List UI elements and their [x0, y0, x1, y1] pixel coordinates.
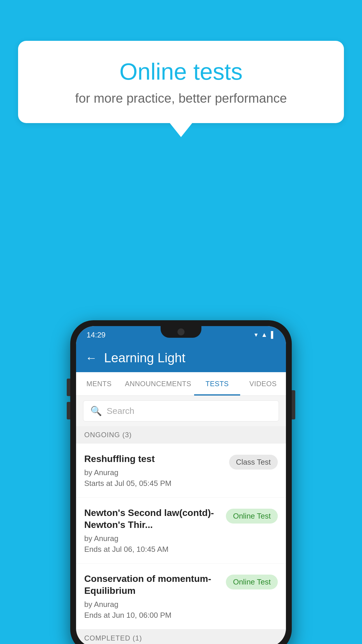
test-time: Ends at Jul 06, 10:45 AM	[84, 545, 220, 554]
search-placeholder: Search	[107, 406, 134, 416]
camera-icon	[178, 328, 184, 335]
back-arrow-icon[interactable]: ←	[85, 351, 97, 365]
phone-screen: 14:29 ▾ ▲ ▌ ← Learning Light MENTS ANNOU…	[76, 326, 286, 644]
search-icon: 🔍	[90, 405, 102, 416]
phone-outer: 14:29 ▾ ▲ ▌ ← Learning Light MENTS ANNOU…	[70, 320, 292, 644]
test-item[interactable]: Conservation of momentum-Equilibrium by …	[76, 564, 286, 629]
phone-wrapper: 14:29 ▾ ▲ ▌ ← Learning Light MENTS ANNOU…	[70, 320, 292, 644]
wifi-icon: ▾	[254, 331, 258, 339]
test-badge-class: Class Test	[229, 455, 278, 470]
test-item[interactable]: Newton's Second law(contd)-Newton's Thir…	[76, 498, 286, 564]
ongoing-section-header: ONGOING (3)	[76, 426, 286, 444]
test-item[interactable]: Reshuffling test by Anurag Starts at Jul…	[76, 444, 286, 498]
status-icons: ▾ ▲ ▌	[254, 331, 275, 339]
volume-up-button	[67, 379, 70, 396]
test-time: Starts at Jul 05, 05:45 PM	[84, 479, 223, 488]
test-list: Reshuffling test by Anurag Starts at Jul…	[76, 444, 286, 629]
search-bar[interactable]: 🔍 Search	[83, 400, 279, 421]
signal-icon: ▲	[261, 331, 268, 339]
test-time-value: Jul 06, 10:45 AM	[112, 545, 168, 554]
test-time-label: Ends at	[84, 611, 110, 620]
test-badge-online: Online Test	[226, 509, 278, 524]
speech-bubble-arrow	[169, 123, 193, 137]
test-author: by Anurag	[84, 468, 223, 477]
test-info: Reshuffling test by Anurag Starts at Jul…	[84, 453, 229, 488]
notch	[161, 326, 201, 338]
speech-bubble: Online tests for more practice, better p…	[18, 41, 344, 123]
test-name: Reshuffling test	[84, 453, 223, 465]
test-name: Conservation of momentum-Equilibrium	[84, 573, 220, 597]
completed-section-header: COMPLETED (1)	[76, 629, 286, 644]
test-time-value: Jul 05, 05:45 PM	[115, 479, 171, 488]
power-button	[292, 390, 295, 419]
speech-bubble-title: Online tests	[41, 58, 321, 85]
speech-bubble-subtitle: for more practice, better performance	[41, 91, 321, 106]
test-time-label: Starts at	[84, 479, 113, 488]
test-name: Newton's Second law(contd)-Newton's Thir…	[84, 507, 220, 531]
test-info: Newton's Second law(contd)-Newton's Thir…	[84, 507, 226, 554]
tab-tests[interactable]: TESTS	[194, 372, 240, 396]
test-badge-online: Online Test	[226, 575, 278, 589]
search-container: 🔍 Search	[76, 396, 286, 426]
test-author: by Anurag	[84, 600, 220, 609]
tab-ments[interactable]: MENTS	[76, 372, 122, 396]
status-bar: 14:29 ▾ ▲ ▌	[76, 326, 286, 344]
tab-announcements[interactable]: ANNOUNCEMENTS	[122, 372, 194, 396]
test-time-value: Jun 10, 06:00 PM	[112, 611, 171, 620]
test-time-label: Ends at	[84, 545, 110, 554]
tabs-container: MENTS ANNOUNCEMENTS TESTS VIDEOS	[76, 372, 286, 396]
battery-icon: ▌	[271, 331, 275, 339]
speech-bubble-container: Online tests for more practice, better p…	[18, 41, 344, 137]
test-info: Conservation of momentum-Equilibrium by …	[84, 573, 226, 620]
app-header: ← Learning Light	[76, 344, 286, 372]
test-author: by Anurag	[84, 534, 220, 543]
volume-down-button	[67, 402, 70, 419]
status-time: 14:29	[87, 330, 106, 340]
tab-videos[interactable]: VIDEOS	[240, 372, 286, 396]
app-title: Learning Light	[104, 351, 185, 365]
test-time: Ends at Jun 10, 06:00 PM	[84, 611, 220, 620]
